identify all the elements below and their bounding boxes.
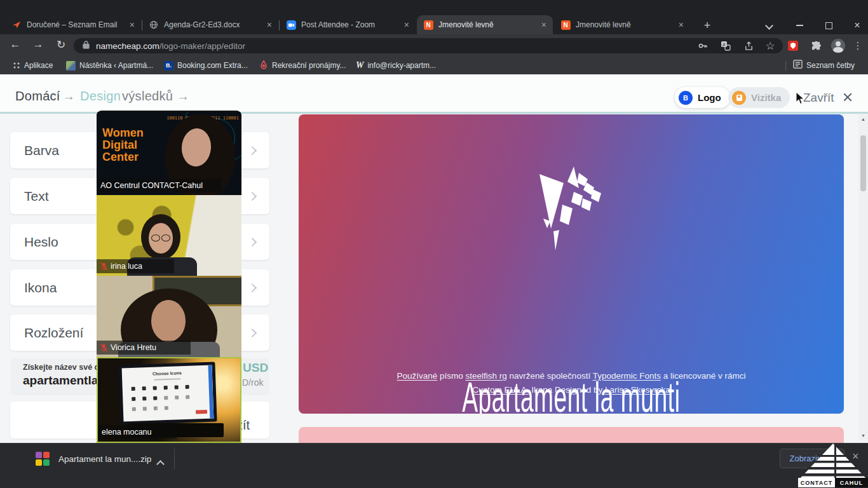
logo-tab-button[interactable]: B Logo <box>675 87 730 108</box>
restore-button[interactable] <box>817 19 840 32</box>
translate-icon[interactable]: A <box>718 38 733 53</box>
chevron-right-icon <box>248 191 257 200</box>
chevron-right-icon <box>248 146 257 154</box>
apps-grid-icon <box>13 62 20 69</box>
url-host: namecheap.com <box>96 41 159 51</box>
tab-title: Post Attendee - Zoom <box>301 20 375 29</box>
license-link[interactable]: Larisa Skosyrska <box>605 385 670 395</box>
bookmark-booking[interactable]: B. Booking.com Extra... <box>164 60 248 71</box>
mic-muted-icon <box>100 344 107 352</box>
bookmarks-separator <box>785 61 786 71</box>
tab-namecheap-2[interactable]: N Jmenovité levně × <box>554 15 690 34</box>
window-close-button[interactable]: × <box>846 19 868 32</box>
bookmark-nastenka[interactable]: Nástěnka ‹ Apartmá... <box>66 60 153 71</box>
screen: Doručené – Seznam Email × Agenda-Gr2-Ed3… <box>0 0 868 488</box>
domain-name: apartamentlam <box>23 374 109 388</box>
tab-close-icon[interactable]: × <box>130 20 135 29</box>
airbnb-icon <box>259 60 268 72</box>
winrar-zip-icon <box>36 452 50 466</box>
tab-title: Jmenovité levně <box>576 20 631 29</box>
participant-video-2[interactable]: irina luca <box>97 195 241 276</box>
screen-red-button <box>196 410 207 414</box>
tab-agenda-docx[interactable]: Agenda-Gr2-Ed3.docx × <box>142 15 278 34</box>
minimize-button[interactable] <box>788 19 811 32</box>
download-divider <box>174 449 175 469</box>
breadcrumb-home[interactable]: Domácí <box>15 89 60 104</box>
security-extension-icon[interactable] <box>787 38 799 53</box>
zoom-icon <box>286 20 296 30</box>
women-digital-center-caption: Women Digital Center <box>102 127 144 163</box>
extensions-puzzle-icon[interactable] <box>808 38 824 53</box>
bookmark-airbnb[interactable]: Rekreační pronájmy... <box>259 60 346 71</box>
tab-close-icon[interactable]: × <box>267 20 272 29</box>
bookmark-ricky-apart[interactable]: W info@ricky-apartm... <box>356 60 436 71</box>
tab-search-icon[interactable] <box>760 19 778 32</box>
key-icon[interactable] <box>695 38 710 53</box>
participant-face <box>151 300 186 342</box>
scrollbar-thumb[interactable] <box>860 135 866 191</box>
license-link[interactable]: Custom EULA. <box>472 385 529 395</box>
participant-name-bar: elena mocanu <box>98 425 177 439</box>
zoom-meeting-panel[interactable]: 100110 011011 010011 110001 Women Digita… <box>97 111 241 443</box>
new-tab-button[interactable]: + <box>699 19 715 32</box>
license-link[interactable]: steelfish rg <box>466 371 507 381</box>
tab-seznam-email[interactable]: Doručené – Seznam Email × <box>5 15 141 34</box>
url-path: /logo-maker/app/editor <box>159 41 245 51</box>
tab-namecheap-active[interactable]: N Jmenovité levně × <box>417 15 553 34</box>
participant-video-3[interactable]: Viorica Hretu <box>97 276 241 357</box>
mouse-cursor <box>796 92 804 105</box>
back-icon[interactable]: ← <box>8 38 23 51</box>
download-bar <box>0 443 868 488</box>
reading-list-button[interactable]: Seznam četby <box>793 60 855 71</box>
logo-preview-canvas[interactable]: Apartament la munti Používané písmo stee… <box>299 114 844 414</box>
tab-title: Jmenovité levně <box>438 20 494 29</box>
scroll-down-icon[interactable]: ▼ <box>858 433 868 438</box>
glasses-left <box>151 234 160 241</box>
page-scrollbar[interactable]: ▲ ▼ <box>858 114 868 441</box>
chevron-right-icon <box>248 283 257 292</box>
arrow-icon: → <box>62 89 75 104</box>
photo-favicon <box>66 61 76 71</box>
watermark-band: CONTACT CAHUL <box>798 478 868 487</box>
domain-price-suffix: D/rok <box>242 377 263 388</box>
download-filename[interactable]: Apartament la mun....zip <box>58 454 151 464</box>
reload-icon[interactable]: ↻ <box>53 38 69 51</box>
forward-icon[interactable]: → <box>31 38 46 51</box>
seznam-email-icon <box>11 20 22 30</box>
close-editor-x-icon[interactable] <box>843 92 853 102</box>
booking-icon: B. <box>164 61 173 71</box>
license-link[interactable]: Typodermic Fonts <box>593 371 661 381</box>
glasses-right <box>161 234 170 241</box>
tab-close-icon[interactable]: × <box>404 20 409 29</box>
logo-badge-icon: B <box>679 91 693 105</box>
arrow-icon: → <box>177 89 189 104</box>
address-bar[interactable]: namecheap.com/logo-maker/app/editor <box>74 38 783 53</box>
breadcrumb-design[interactable]: Design <box>80 89 121 104</box>
domain-currency: USD <box>243 361 268 375</box>
chevron-right-icon <box>248 237 257 246</box>
vizitka-tab-button[interactable]: Vizitka <box>728 87 790 108</box>
subtitle-line <box>154 378 181 380</box>
bookmark-aplikace[interactable]: Aplikace <box>13 60 53 71</box>
tab-title: Doručené – Seznam Email <box>27 20 117 29</box>
download-item-menu-icon[interactable] <box>158 458 163 470</box>
participant-name-bar: irina luca <box>97 259 174 273</box>
namecheap-icon: N <box>423 20 433 30</box>
breadcrumb-results: výsledků <box>122 89 173 104</box>
profile-avatar[interactable] <box>830 38 846 53</box>
participant-video-1[interactable]: 100110 011011 010011 110001 Women Digita… <box>97 112 241 195</box>
tab-close-icon[interactable]: × <box>679 20 684 29</box>
close-editor-label[interactable]: Zavřít <box>803 91 834 105</box>
bookmark-star-icon[interactable]: ☆ <box>763 38 778 53</box>
tab-zoom[interactable]: Post Attendee - Zoom × <box>280 15 416 34</box>
svg-text:A: A <box>722 42 726 48</box>
license-link[interactable]: Používané <box>397 371 437 381</box>
next-section-pink <box>299 427 844 443</box>
tab-close-icon[interactable]: × <box>541 20 546 29</box>
tab-title: Agenda-Gr2-Ed3.docx <box>164 20 240 29</box>
scroll-up-icon[interactable]: ▲ <box>858 117 868 121</box>
license-line-2: Custom EULA. Ikona Designed by Larisa Sk… <box>299 385 844 395</box>
participant-video-4-speaking[interactable]: Choose Icons elena mocanu <box>97 357 241 443</box>
menu-kebab-icon[interactable]: ⋮ <box>851 38 864 53</box>
share-icon[interactable] <box>741 38 756 53</box>
